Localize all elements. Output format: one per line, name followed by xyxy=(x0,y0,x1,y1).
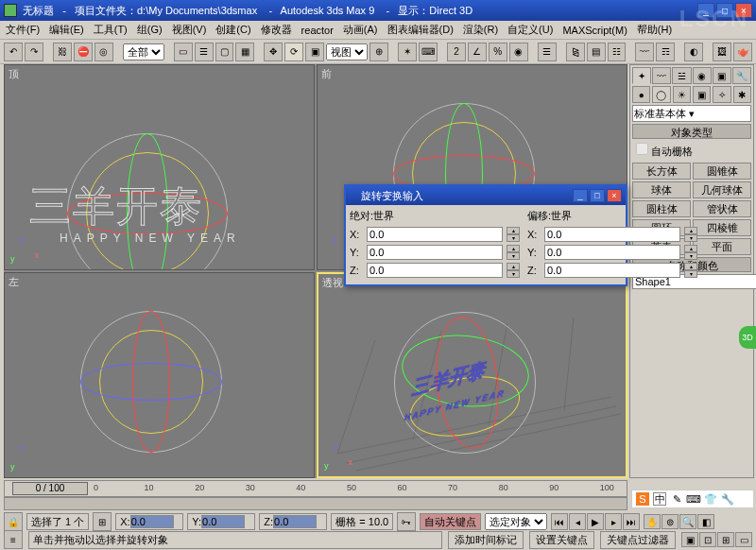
menu-自定义U[interactable]: 自定义(U) xyxy=(507,23,553,37)
spin-down-icon[interactable]: ▾ xyxy=(684,252,697,260)
select-region-icon[interactable]: ▢ xyxy=(215,43,234,61)
menu-reactor[interactable]: reactor xyxy=(301,25,334,36)
key-icon[interactable]: 🗝 xyxy=(397,512,416,531)
create-几何球体[interactable]: 几何球体 xyxy=(693,181,751,198)
sub-shapes-icon[interactable]: ◯ xyxy=(652,86,670,103)
goto-end-icon[interactable]: ⏭ xyxy=(623,513,640,530)
abs-rel-icon[interactable]: ⊞ xyxy=(93,512,112,531)
spin-down-icon[interactable]: ▾ xyxy=(684,270,697,278)
pivot-icon[interactable]: ⊕ xyxy=(369,43,388,61)
keyfilter-button[interactable]: 关键点过滤器 xyxy=(600,531,676,549)
tab-display-icon[interactable]: ▣ xyxy=(713,67,731,84)
ime-opt-icon[interactable]: 🔧 xyxy=(721,492,734,506)
y-input[interactable] xyxy=(201,515,245,528)
zoom-icon[interactable]: 🔍 xyxy=(679,514,696,529)
menu-帮助H[interactable]: 帮助(H) xyxy=(637,23,672,37)
selection-filter[interactable]: 全部 xyxy=(123,43,164,60)
manip-icon[interactable]: ✶ xyxy=(398,43,417,61)
spin-down-icon[interactable]: ▾ xyxy=(507,270,520,278)
tab-motion-icon[interactable]: ◉ xyxy=(693,67,712,84)
off-z-input[interactable] xyxy=(544,263,680,278)
abs-y-input[interactable] xyxy=(367,245,503,260)
scale-icon[interactable]: ▣ xyxy=(305,43,324,61)
menu-视图V[interactable]: 视图(V) xyxy=(172,23,207,37)
spin-up-icon[interactable]: ▴ xyxy=(684,227,697,234)
maximize-button[interactable]: □ xyxy=(716,3,733,18)
menu-动画A[interactable]: 动画(A) xyxy=(343,23,378,37)
close-button[interactable]: × xyxy=(735,3,752,18)
sub-systems-icon[interactable]: ✱ xyxy=(733,86,751,103)
arc-rotate-icon[interactable]: ⊚ xyxy=(662,514,679,529)
sub-geometry-icon[interactable]: ● xyxy=(632,86,650,103)
pan-icon[interactable]: ✋ xyxy=(644,514,661,529)
tab-utilities-icon[interactable]: 🔧 xyxy=(732,67,751,84)
spin-up-icon[interactable]: ▴ xyxy=(684,245,697,252)
z-input[interactable] xyxy=(273,515,317,528)
dialog-close-button[interactable]: × xyxy=(607,189,622,202)
spin-down-icon[interactable]: ▾ xyxy=(684,234,697,242)
maximize-viewport-icon[interactable]: ▣ xyxy=(681,532,698,547)
ime-opt-icon[interactable]: 👕 xyxy=(704,492,717,506)
unlink-icon[interactable]: ⛔ xyxy=(74,43,93,61)
spin-down-icon[interactable]: ▾ xyxy=(507,234,520,242)
off-y-input[interactable] xyxy=(544,245,680,260)
viewport-top[interactable]: 顶 三羊开泰 HAPPY NEW YEAR zxy xyxy=(4,64,315,270)
ime-lang[interactable]: 中 xyxy=(653,492,666,506)
snap-2d-icon[interactable]: 2 xyxy=(447,43,466,61)
move-icon[interactable]: ✥ xyxy=(264,43,283,61)
create-四棱锥[interactable]: 四棱锥 xyxy=(693,219,751,236)
link-icon[interactable]: ⛓ xyxy=(53,43,72,61)
menu-图表编辑器D[interactable]: 图表编辑器(D) xyxy=(387,23,454,37)
tab-create-icon[interactable]: ✦ xyxy=(632,67,651,84)
snap-angle-icon[interactable]: ∠ xyxy=(468,43,487,61)
dialog-maximize-button[interactable]: □ xyxy=(590,189,605,202)
spin-up-icon[interactable]: ▴ xyxy=(507,263,520,270)
play-icon[interactable]: ▶ xyxy=(587,513,604,530)
zoom-all-icon[interactable]: ⊞ xyxy=(717,532,734,547)
menu-修改器[interactable]: 修改器 xyxy=(261,23,292,37)
sub-lights-icon[interactable]: ☀ xyxy=(673,86,691,103)
viewport-left[interactable]: 左 zy xyxy=(4,272,315,478)
align-icon[interactable]: ▤ xyxy=(587,43,606,61)
menu-MAXScriptM[interactable]: MAXScript(M) xyxy=(562,25,627,36)
quick-render-icon[interactable]: 🫖 xyxy=(733,43,752,61)
ime-opt-icon[interactable]: ✎ xyxy=(670,492,683,506)
spin-up-icon[interactable]: ▴ xyxy=(507,227,520,234)
spin-up-icon[interactable]: ▴ xyxy=(684,263,697,270)
snap-pct-icon[interactable]: % xyxy=(489,43,507,61)
track-bar[interactable] xyxy=(4,497,627,510)
side-badge[interactable]: 3D xyxy=(739,326,756,349)
menu-创建C[interactable]: 创建(C) xyxy=(215,23,250,37)
abs-z-input[interactable] xyxy=(367,263,503,278)
select-name-icon[interactable]: ☰ xyxy=(195,43,214,61)
create-长方体[interactable]: 长方体 xyxy=(632,163,691,180)
redo-icon[interactable]: ↷ xyxy=(25,43,43,61)
dialog-minimize-button[interactable]: _ xyxy=(573,189,588,202)
tab-modify-icon[interactable]: 〰 xyxy=(652,67,671,84)
keymode-icon[interactable]: ⌨ xyxy=(419,43,438,61)
autokey-toggle[interactable]: 自动关键点 xyxy=(420,513,481,530)
ime-bar[interactable]: S 中 ✎ ⌨ 👕 🔧 xyxy=(631,490,754,508)
select-icon[interactable]: ▭ xyxy=(174,43,193,61)
setkey-button[interactable]: 设置关键点 xyxy=(529,531,594,549)
create-球体[interactable]: 球体 xyxy=(632,181,691,198)
autogrid-checkbox[interactable] xyxy=(636,143,648,155)
layers-icon[interactable]: ☷ xyxy=(608,43,627,61)
sub-cameras-icon[interactable]: ▣ xyxy=(693,86,711,103)
window-cross-icon[interactable]: ▦ xyxy=(235,43,254,61)
menu-工具T[interactable]: 工具(T) xyxy=(94,23,128,37)
named-sel-icon[interactable]: ☰ xyxy=(538,43,557,61)
undo-icon[interactable]: ↶ xyxy=(4,43,23,61)
viewport-perspective[interactable]: 透视 三羊开泰 HAPPY NEW YEAR zxy xyxy=(317,272,627,478)
fov-icon[interactable]: ◧ xyxy=(697,514,714,529)
goto-start-icon[interactable]: ⏮ xyxy=(551,513,568,530)
x-input[interactable] xyxy=(130,515,174,528)
create-category-dropdown[interactable]: 标准基本体 ▾ xyxy=(632,105,751,122)
next-frame-icon[interactable]: ▸ xyxy=(605,513,622,530)
add-time-tag[interactable]: 添加时间标记 xyxy=(448,531,524,549)
spin-up-icon[interactable]: ▴ xyxy=(507,245,520,252)
curve-editor-icon[interactable]: 〰 xyxy=(635,43,654,61)
rotate-gizmo[interactable] xyxy=(80,311,222,453)
create-管状体[interactable]: 管状体 xyxy=(693,200,751,217)
ime-opt-icon[interactable]: ⌨ xyxy=(687,492,700,506)
